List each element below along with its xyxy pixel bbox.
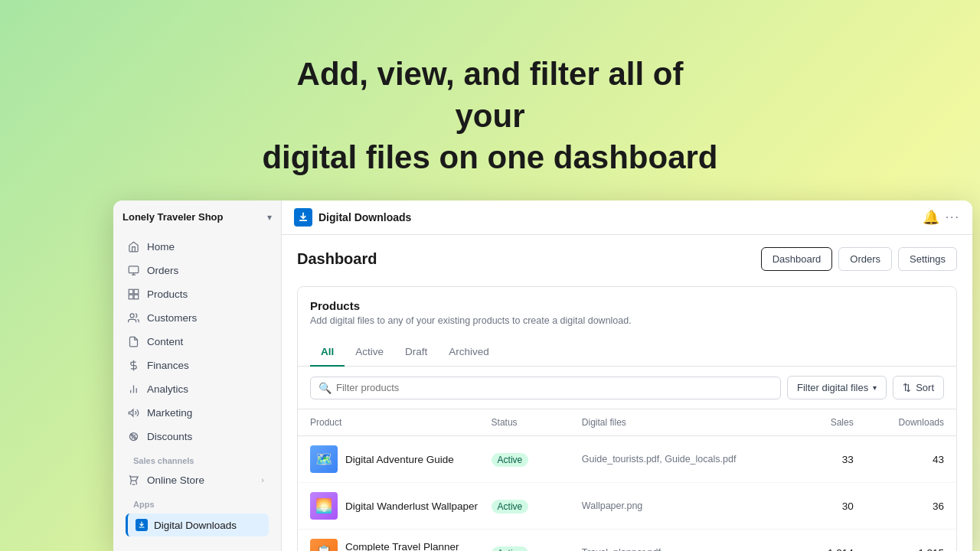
digital-files-cell: Travel_planner.pdf — [582, 547, 763, 551]
filter-digital-files-button[interactable]: Filter digital files ▾ — [787, 376, 887, 399]
svg-rect-4 — [134, 295, 139, 299]
header-digital-files: Digital files — [582, 417, 763, 428]
orders-icon — [127, 264, 139, 276]
sidebar-item-digital-downloads[interactable]: Digital Downloads — [126, 514, 269, 536]
customers-icon — [127, 311, 139, 324]
product-thumbnail: 🗺️ — [310, 445, 338, 473]
hero-title: Add, view, and filter all of your digita… — [260, 54, 720, 179]
page-title: Dashboard — [297, 250, 377, 268]
svg-rect-0 — [129, 266, 139, 272]
orders-button[interactable]: Orders — [838, 247, 892, 271]
notification-bell-icon[interactable]: 🔔 — [923, 209, 939, 226]
header-status: Status — [492, 417, 582, 428]
sidebar-item-discounts[interactable]: Discounts — [119, 425, 275, 448]
header-downloads: Downloads — [854, 417, 944, 428]
home-icon — [127, 240, 139, 253]
dashboard-button[interactable]: Dashboard — [761, 247, 833, 271]
tab-draft[interactable]: Draft — [394, 338, 438, 367]
tab-archived[interactable]: Archived — [438, 338, 500, 367]
downloads-cell: 1,215 — [854, 547, 944, 552]
main-content: Digital Downloads 🔔 ··· Dashboard Dashbo… — [282, 201, 972, 551]
app-logo — [294, 208, 312, 227]
products-icon — [127, 288, 139, 300]
status-cell: Active — [492, 546, 582, 552]
products-table: Product Status Digital files Sales Downl… — [298, 409, 956, 551]
svg-rect-1 — [129, 289, 133, 294]
product-cell: 📋 Complete Travel Planner Template — [310, 539, 492, 551]
status-cell: Active — [492, 452, 582, 467]
search-input-wrap[interactable]: 🔍 — [310, 377, 781, 399]
product-cell: 🌅 Digital Wanderlust Wallpaper — [310, 492, 492, 520]
chevron-right-icon: › — [261, 475, 267, 484]
sidebar-item-orders[interactable]: Orders — [119, 259, 275, 282]
status-cell: Active — [492, 499, 582, 514]
sidebar-item-label: Marketing — [147, 407, 192, 419]
top-bar-left: Digital Downloads — [294, 208, 411, 227]
page-actions: Dashboard Orders Settings — [761, 247, 957, 271]
search-input[interactable] — [336, 382, 773, 393]
content-area: Dashboard Dashboard Orders Settings Prod… — [282, 235, 972, 551]
page-header: Dashboard Dashboard Orders Settings — [297, 247, 957, 271]
product-thumbnail: 🌅 — [310, 492, 338, 520]
settings-button[interactable]: Settings — [898, 247, 957, 271]
header-product: Product — [310, 417, 492, 428]
downloads-cell: 36 — [854, 500, 944, 512]
status-badge: Active — [492, 546, 529, 552]
analytics-icon — [127, 383, 139, 395]
sidebar-item-label: Customers — [147, 312, 197, 324]
tab-active[interactable]: Active — [345, 338, 394, 367]
sidebar-item-analytics[interactable]: Analytics — [119, 377, 275, 400]
sidebar-item-label: Orders — [147, 265, 178, 276]
chevron-down-icon: ▾ — [873, 383, 877, 392]
store-selector[interactable]: Lonely Traveler Shop ▾ — [113, 201, 281, 232]
content-icon — [127, 335, 139, 347]
product-thumbnail: 📋 — [310, 539, 338, 551]
sales-cell: 1,214 — [763, 547, 853, 552]
sidebar-item-label: Content — [147, 336, 183, 347]
hero-section: Add, view, and filter all of your digita… — [0, 0, 980, 210]
sort-arrows-icon: ⇅ — [903, 382, 911, 393]
svg-point-12 — [134, 437, 136, 439]
table-row[interactable]: 🗺️ Digital Adventure Guide Active Guide_… — [298, 436, 956, 483]
sidebar-item-label: Analytics — [147, 383, 188, 395]
sidebar-item-home[interactable]: Home — [119, 235, 275, 258]
marketing-icon — [127, 406, 139, 419]
product-cell: 🗺️ Digital Adventure Guide — [310, 445, 492, 473]
top-bar-right: 🔔 ··· — [923, 209, 960, 226]
products-section-card: Products Add digital files to any of you… — [297, 286, 957, 551]
tab-all[interactable]: All — [310, 338, 345, 367]
table-row[interactable]: 🌅 Digital Wanderlust Wallpaper Active Wa… — [298, 483, 956, 530]
sidebar-item-label: Finances — [147, 360, 189, 371]
sidebar-item-products[interactable]: Products — [119, 282, 275, 305]
table-row[interactable]: 📋 Complete Travel Planner Template Activ… — [298, 530, 956, 551]
finances-icon — [127, 359, 139, 371]
digital-files-cell: Wallpaper.png — [582, 500, 763, 511]
section-desc: Add digital files to any of your existin… — [310, 315, 944, 326]
downloads-cell: 43 — [854, 454, 944, 465]
svg-marker-10 — [129, 409, 133, 416]
sidebar-item-label: Discounts — [147, 431, 192, 442]
sort-label: Sort — [916, 382, 934, 393]
sidebar-item-content[interactable]: Content — [119, 330, 275, 353]
sidebar-item-online-store[interactable]: Online Store › — [119, 468, 275, 491]
sidebar-item-finances[interactable]: Finances — [119, 354, 275, 377]
table-body: 🗺️ Digital Adventure Guide Active Guide_… — [298, 436, 956, 551]
sidebar-item-customers[interactable]: Customers — [119, 306, 275, 329]
sidebar-item-marketing[interactable]: Marketing — [119, 401, 275, 424]
app-title: Digital Downloads — [318, 211, 411, 223]
apps-label: Apps — [119, 492, 275, 512]
digital-files-cell: Guide_tourists.pdf, Guide_locals.pdf — [582, 454, 763, 465]
section-header: Products Add digital files to any of you… — [298, 287, 956, 338]
product-name: Complete Travel Planner Template — [345, 541, 492, 551]
sidebar-item-label: Products — [147, 289, 188, 300]
svg-point-5 — [130, 313, 134, 317]
sidebar-item-label: Online Store — [147, 474, 204, 486]
tabs-bar: All Active Draft Archived — [298, 338, 956, 367]
header-sales: Sales — [763, 417, 853, 428]
search-icon: 🔍 — [318, 382, 332, 394]
more-options-icon[interactable]: ··· — [946, 210, 960, 224]
sort-button[interactable]: ⇅ Sort — [893, 376, 944, 399]
product-name: Digital Adventure Guide — [345, 454, 454, 465]
online-store-icon — [127, 474, 139, 486]
sales-channels-label: Sales channels — [119, 448, 275, 468]
